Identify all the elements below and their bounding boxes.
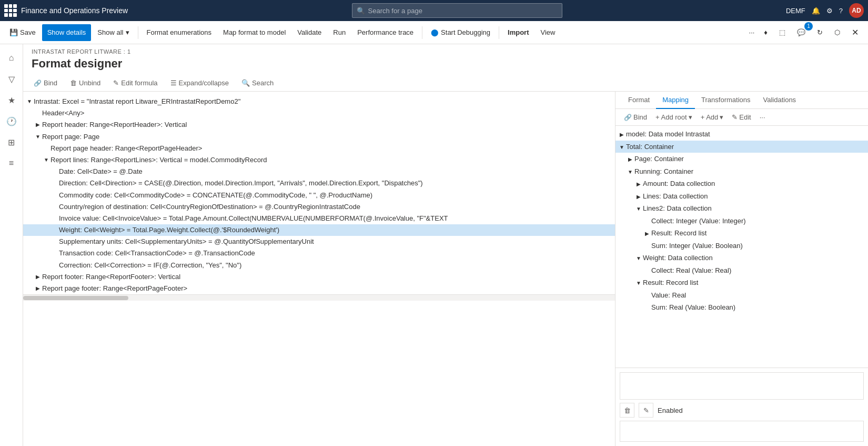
rtree-sum-bool-label: Sum: Real (Value: Boolean) bbox=[651, 302, 735, 313]
expand-icon-report-header: ▶ bbox=[34, 121, 42, 128]
tab-validations[interactable]: Validations bbox=[756, 92, 802, 109]
tree-node-report-page-header[interactable]: Report page header: Range<ReportPageHead… bbox=[23, 143, 615, 154]
sidebar-item-recent[interactable]: 🕐 bbox=[2, 112, 21, 131]
rtree-collect-real[interactable]: Collect: Real (Value: Real) bbox=[615, 264, 868, 277]
tree-node-correction[interactable]: Correction: Cell<Correction> = IF(@.Corr… bbox=[23, 260, 615, 271]
node-text-rl: Report lines: Range<ReportLines>: Vertic… bbox=[51, 155, 611, 165]
tree-node-report-page-footer[interactable]: ▶ Report page footer: Range<ReportPageFo… bbox=[23, 283, 615, 294]
tree-node-invoice[interactable]: Invoice value: Cell<InvoiceValue> = Tota… bbox=[23, 213, 615, 224]
rtree-result-rl[interactable]: ▶ Result: Record list bbox=[615, 227, 868, 240]
left-sidebar: ⌂ ▽ ★ 🕐 ⊞ ≡ bbox=[0, 44, 23, 446]
tree-node-commodity[interactable]: Commodity code: Cell<CommodityCode> = CO… bbox=[23, 190, 615, 201]
delete-enabled-button[interactable]: 🗑 bbox=[620, 403, 634, 418]
refresh-button[interactable]: ↻ bbox=[812, 24, 828, 41]
close-button[interactable]: ✕ bbox=[846, 24, 864, 41]
rtree-total[interactable]: ▼ Total: Container bbox=[615, 141, 868, 153]
rtree-lines2-dc[interactable]: ▼ Lines2: Data collection bbox=[615, 202, 868, 215]
format-enumerations-button[interactable]: Format enumerations bbox=[142, 24, 217, 41]
rtree-collect-int[interactable]: Collect: Integer (Value: Integer) bbox=[615, 215, 868, 227]
rtree-running[interactable]: ▼ Running: Container bbox=[615, 165, 868, 178]
enabled-formula-box[interactable] bbox=[620, 421, 864, 442]
expand-icon-model: ▶ bbox=[618, 131, 626, 138]
tree-node-weight[interactable]: Weight: Cell<Weight> = Total.Page.Weight… bbox=[23, 224, 615, 236]
rtree-model[interactable]: ▶ model: Data model Intrastat bbox=[615, 128, 868, 141]
validate-button[interactable]: Validate bbox=[292, 24, 327, 41]
tree-node-supplementary[interactable]: Supplementary units: Cell<SupplementaryU… bbox=[23, 236, 615, 247]
rtree-value-real[interactable]: Value: Real bbox=[615, 289, 868, 302]
edit-formula-button[interactable]: ✎ Edit formula bbox=[111, 78, 159, 88]
tab-transformations-label: Transformations bbox=[701, 96, 750, 104]
rtree-weight-label: Weight: Data collection bbox=[643, 253, 713, 263]
search-button[interactable]: 🔍 Search bbox=[239, 78, 276, 88]
expand-collapse-button[interactable]: ☰ Expand/collapse bbox=[168, 78, 231, 88]
validate-label: Validate bbox=[297, 28, 321, 36]
import-button[interactable]: Import bbox=[502, 24, 534, 41]
add-button[interactable]: + Add ▾ bbox=[699, 112, 726, 122]
settings-icon[interactable]: ⚙ bbox=[826, 7, 833, 15]
expand-icon-lines2: ▼ bbox=[634, 205, 643, 213]
tree-node-date[interactable]: Date: Cell<Date> = @.Date bbox=[23, 166, 615, 177]
tree-node-direction[interactable]: Direction: Cell<Direction> = CASE(@.Dire… bbox=[23, 177, 615, 189]
tree-node-country[interactable]: Country/region of destination: Cell<Coun… bbox=[23, 201, 615, 213]
search-icon-sm: 🔍 bbox=[241, 79, 250, 87]
chat-icon-button[interactable]: 💬 1 bbox=[792, 24, 811, 41]
tree-node-transaction[interactable]: Transaction code: Cell<TransactionCode> … bbox=[23, 247, 615, 259]
rtree-lines-dc[interactable]: ▶ Lines: Data collection bbox=[615, 190, 868, 203]
right-bind-button[interactable]: 🔗 Bind bbox=[622, 112, 649, 122]
edit-formula-label: Edit formula bbox=[121, 79, 157, 87]
help-icon[interactable]: ? bbox=[839, 7, 843, 15]
rtree-page[interactable]: ▶ Page: Container bbox=[615, 153, 868, 165]
sidebar-item-workspaces[interactable]: ⊞ bbox=[2, 133, 21, 152]
pop-out-button[interactable]: ⬡ bbox=[829, 24, 845, 41]
favorite-icon-button[interactable]: ♦ bbox=[759, 24, 773, 41]
rtree-amount-dc[interactable]: ▶ Amount: Data collection bbox=[615, 177, 868, 190]
run-button[interactable]: Run bbox=[328, 24, 351, 41]
node-text-rph: Report page header: Range<ReportPageHead… bbox=[51, 144, 611, 153]
view-button[interactable]: View bbox=[536, 24, 561, 41]
notification-icon[interactable]: 🔔 bbox=[812, 7, 820, 15]
horizontal-scrollbar[interactable] bbox=[23, 294, 615, 301]
show-details-button[interactable]: Show details bbox=[42, 24, 92, 41]
tab-mapping[interactable]: Mapping bbox=[656, 92, 695, 109]
sidebar-item-home[interactable]: ⌂ bbox=[2, 48, 21, 67]
edit-button[interactable]: ✎ Edit bbox=[730, 112, 753, 122]
tree-node-root[interactable]: ▼ Intrastat: Excel = "Intrastat report L… bbox=[23, 96, 615, 107]
global-search[interactable]: 🔍 Search for a page bbox=[352, 3, 562, 18]
edit-enabled-button[interactable]: ✎ bbox=[639, 403, 653, 418]
user-avatar[interactable]: AD bbox=[849, 3, 864, 18]
tab-format[interactable]: Format bbox=[622, 92, 656, 109]
performance-trace-button[interactable]: Performance trace bbox=[352, 24, 419, 41]
save-button[interactable]: 💾 Save bbox=[4, 24, 41, 41]
tree-node-report-lines[interactable]: ▼ Report lines: Range<ReportLines>: Vert… bbox=[23, 154, 615, 166]
tree-node-report-page[interactable]: ▼ Report page: Page bbox=[23, 131, 615, 143]
tab-transformations[interactable]: Transformations bbox=[695, 92, 756, 109]
tree-node-report-footer[interactable]: ▶ Report footer: Range<ReportFooter>: Ve… bbox=[23, 271, 615, 283]
tree-node-header[interactable]: Header<Any> bbox=[23, 107, 615, 119]
more-right-button[interactable]: ··· bbox=[758, 112, 768, 122]
more-options-button[interactable]: ··· bbox=[746, 24, 758, 41]
expand-button[interactable]: ⬚ bbox=[774, 24, 791, 41]
node-text-country: Country/region of destination: Cell<Coun… bbox=[59, 202, 611, 212]
rtree-lines2-label: Lines2: Data collection bbox=[643, 203, 712, 214]
save-label: Save bbox=[20, 28, 36, 36]
map-format-button[interactable]: Map format to model bbox=[218, 24, 291, 41]
start-debugging-button[interactable]: ⬤ Start Debugging bbox=[426, 24, 496, 41]
sidebar-item-favorites[interactable]: ★ bbox=[2, 91, 21, 110]
rtree-result-rl2[interactable]: ▼ Result: Record list bbox=[615, 276, 868, 289]
show-all-button[interactable]: Show all ▾ bbox=[92, 24, 134, 41]
rtree-weight-dc[interactable]: ▼ Weight: Data collection bbox=[615, 252, 868, 264]
bind-button[interactable]: 🔗 Bind bbox=[32, 78, 59, 88]
sidebar-item-list[interactable]: ≡ bbox=[2, 154, 21, 173]
tree-node-report-header[interactable]: ▶ Report header: Range<ReportHeader>: Ve… bbox=[23, 119, 615, 131]
formula-input-box[interactable] bbox=[620, 372, 864, 400]
rtree-sum-bool[interactable]: Sum: Real (Value: Boolean) bbox=[615, 301, 868, 314]
unbind-button[interactable]: 🗑 Unbind bbox=[68, 78, 103, 88]
app-menu-icon[interactable] bbox=[4, 4, 17, 17]
node-text-rf: Report footer: Range<ReportFooter>: Vert… bbox=[42, 272, 611, 282]
scroll-thumb[interactable] bbox=[23, 296, 128, 300]
rtree-sum-int[interactable]: Sum: Integer (Value: Boolean) bbox=[615, 240, 868, 252]
add-root-button[interactable]: + Add root ▾ bbox=[653, 112, 694, 122]
sidebar-item-filter[interactable]: ▽ bbox=[2, 70, 21, 88]
top-nav: Finance and Operations Preview 🔍 Search … bbox=[0, 0, 868, 21]
tab-validations-label: Validations bbox=[763, 96, 796, 104]
